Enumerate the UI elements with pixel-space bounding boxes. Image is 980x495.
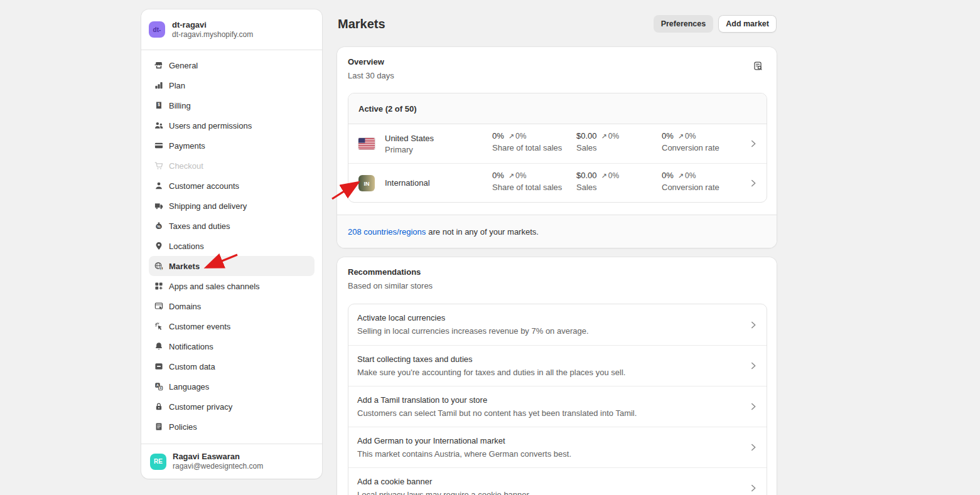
stat-conversion-rate: 0%↗0% Conversion rate (662, 131, 719, 152)
stat-delta: 0% (608, 132, 619, 141)
stat-sales: $0.00↗0% Sales (576, 131, 619, 152)
stat-delta: 0% (515, 132, 526, 141)
recommendation-add-german[interactable]: Add German to your International market … (348, 427, 767, 467)
sidebar-item-label: Customer accounts (169, 181, 239, 191)
market-row-united-states[interactable]: United States Primary 0%↗0% Share of tot… (348, 124, 767, 163)
chevron-right-icon (748, 401, 759, 412)
sidebar-item-label: Customer privacy (169, 402, 232, 412)
sidebar-item-notifications[interactable]: Notifications (149, 336, 315, 356)
stat-delta: 0% (685, 171, 696, 180)
page-title: Markets (338, 17, 385, 31)
stat-label: Sales (576, 143, 619, 152)
sidebar-item-custom-data[interactable]: Custom data (149, 356, 315, 376)
sidebar-item-billing[interactable]: $ Billing (149, 95, 315, 115)
sidebar-item-customer-accounts[interactable]: Customer accounts (149, 176, 315, 196)
sidebar-item-label: Locations (169, 242, 204, 251)
user-profile[interactable]: RE Ragavi Easwaran ragavi@wedesigntech.c… (141, 444, 322, 479)
view-report-button[interactable] (749, 57, 767, 75)
stat-delta: 0% (608, 171, 619, 180)
market-row-international[interactable]: IN International 0%↗0% Share of total sa… (348, 163, 767, 202)
sidebar-item-apps-sales-channels[interactable]: Apps and sales channels (149, 276, 315, 296)
users-icon (154, 120, 164, 130)
cart-icon (154, 161, 164, 171)
active-markets-header: Active (2 of 50) (348, 93, 767, 124)
store-switcher[interactable]: dt- dt-ragavi dt-ragavi.myshopify.com (141, 9, 322, 50)
recommendation-title: Add a cookie banner (357, 477, 739, 486)
stat-label: Sales (576, 183, 619, 192)
sidebar-item-customer-events[interactable]: Customer events (149, 316, 315, 336)
svg-text:a: a (159, 386, 161, 390)
sidebar-item-domains[interactable]: Domains (149, 296, 315, 316)
svg-text:$: $ (158, 102, 160, 107)
sidebar-item-policies[interactable]: Policies (149, 417, 315, 437)
domains-browser-icon (154, 301, 164, 311)
overview-date-range: Last 30 days (348, 71, 394, 80)
add-market-button[interactable]: Add market (718, 15, 777, 33)
custom-data-icon (154, 361, 164, 371)
chevron-right-icon (748, 442, 759, 453)
trend-up-icon: ↗ (678, 172, 684, 179)
stat-share-of-total-sales: 0%↗0% Share of total sales (492, 171, 562, 192)
recommendation-description: Local privacy laws may require a cookie … (357, 490, 739, 495)
markets-globe-icon: $ (154, 261, 164, 271)
plan-chart-icon (154, 80, 164, 90)
overview-footer: 208 countries/regions are not in any of … (337, 215, 777, 248)
sidebar-item-label: Users and permissions (169, 121, 252, 130)
sidebar-item-languages[interactable]: Aa Languages (149, 376, 315, 397)
stat-delta: 0% (685, 132, 696, 141)
overview-footer-text: are not in any of your markets. (428, 227, 539, 237)
settings-sidebar: dt- dt-ragavi dt-ragavi.myshopify.com Ge… (141, 9, 322, 479)
bell-icon (154, 341, 164, 351)
us-flag-icon (358, 138, 375, 149)
page-header: Markets Preferences Add market (338, 14, 777, 34)
recommendations-subtitle: Based on similar stores (348, 281, 433, 290)
stat-value: 0% (662, 171, 674, 180)
trend-up-icon: ↗ (678, 132, 684, 140)
sidebar-item-label: Plan (169, 81, 185, 90)
recommendation-description: This market contains Austria, where Germ… (357, 449, 739, 459)
stat-conversion-rate: 0%↗0% Conversion rate (662, 171, 719, 192)
chevron-right-icon (748, 178, 759, 189)
sidebar-item-checkout: Checkout (149, 156, 315, 176)
recommendation-description: Make sure you're accounting for taxes an… (357, 368, 739, 377)
svg-text:%: % (157, 225, 161, 228)
translate-icon: Aa (154, 381, 164, 391)
recommendation-description: Selling in local currencies increases re… (357, 326, 739, 336)
sidebar-item-general[interactable]: General (149, 55, 315, 75)
recommendation-title: Start collecting taxes and duties (357, 354, 739, 364)
countries-regions-link[interactable]: 208 countries/regions (348, 227, 426, 237)
recommendation-add-cookie-banner[interactable]: Add a cookie banner Local privacy laws m… (348, 467, 767, 495)
sidebar-item-plan[interactable]: Plan (149, 75, 315, 95)
svg-text:IN: IN (364, 181, 370, 187)
chevron-right-icon (748, 138, 759, 149)
sidebar-item-label: Billing (169, 101, 191, 110)
recommendation-start-collecting-taxes[interactable]: Start collecting taxes and duties Make s… (348, 345, 767, 386)
trend-up-icon: ↗ (601, 172, 607, 179)
stat-label: Share of total sales (492, 183, 562, 192)
active-markets-panel: Active (2 of 50) United States Primary 0… (348, 93, 767, 203)
sidebar-item-label: Apps and sales channels (169, 282, 260, 291)
preferences-button[interactable]: Preferences (654, 15, 714, 33)
sidebar-item-markets[interactable]: $ Markets (149, 256, 315, 276)
overview-card: Overview Last 30 days Active (2 of 50) U… (337, 47, 777, 248)
chevron-right-icon (748, 360, 759, 371)
sidebar-item-taxes-duties[interactable]: % Taxes and duties (149, 216, 315, 236)
user-name: Ragavi Easwaran (173, 452, 263, 462)
recommendation-add-tamil-translation[interactable]: Add a Tamil translation to your store Cu… (348, 386, 767, 427)
policies-document-icon (154, 422, 164, 432)
truck-icon (154, 201, 164, 211)
user-email: ragavi@wedesigntech.com (173, 462, 263, 471)
sidebar-item-locations[interactable]: Locations (149, 236, 315, 256)
location-pin-icon (154, 241, 164, 251)
sidebar-item-users-permissions[interactable]: Users and permissions (149, 115, 315, 136)
cursor-click-icon (154, 321, 164, 331)
sidebar-item-shipping-delivery[interactable]: Shipping and delivery (149, 196, 315, 216)
chevron-right-icon (748, 482, 759, 494)
stat-value: $0.00 (576, 131, 597, 141)
sidebar-item-payments[interactable]: Payments (149, 136, 315, 156)
recommendation-activate-local-currencies[interactable]: Activate local currencies Selling in loc… (348, 304, 767, 345)
market-name: International (385, 178, 430, 188)
stat-value: 0% (492, 171, 504, 180)
trend-up-icon: ↗ (601, 132, 607, 140)
sidebar-item-customer-privacy[interactable]: Customer privacy (149, 397, 315, 417)
